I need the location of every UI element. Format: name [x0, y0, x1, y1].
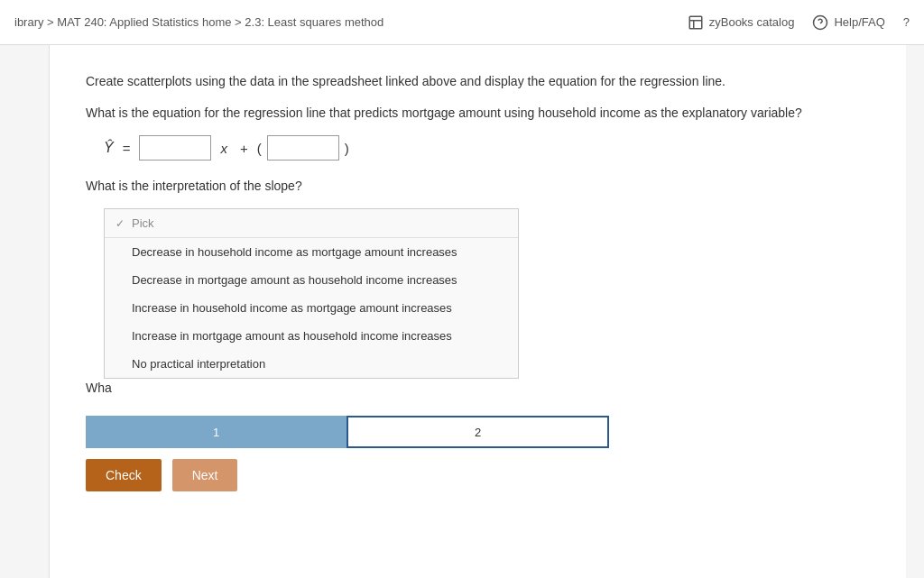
question2-text: What is the interpretation of the slope?	[86, 177, 870, 196]
y-hat: Ŷ	[104, 140, 114, 156]
question3-partial: Wha	[86, 379, 870, 398]
next-button[interactable]: Next	[172, 459, 238, 491]
dropdown-option-1[interactable]: Decrease in household income as mortgage…	[105, 238, 518, 266]
dropdown-placeholder: Pick	[132, 216, 154, 230]
dropdown-option-3[interactable]: Increase in household income as mortgage…	[105, 294, 518, 322]
main-content: Create scatterplots using the data in th…	[0, 45, 924, 578]
nav-right: zyBooks catalog Help/FAQ ?	[688, 14, 910, 31]
equation-input-coefficient[interactable]	[139, 135, 211, 161]
left-panel	[0, 45, 50, 578]
catalog-link[interactable]: zyBooks catalog	[688, 14, 795, 31]
page-tab-2[interactable]: 2	[346, 416, 609, 448]
dropdown-option-5[interactable]: No practical interpretation	[105, 350, 518, 378]
dropdown-option-4[interactable]: Increase in mortgage amount as household…	[105, 322, 518, 350]
equation-input-intercept[interactable]	[267, 135, 339, 161]
help-link[interactable]: Help/FAQ	[812, 14, 884, 31]
action-buttons: Check Next	[86, 459, 870, 491]
help-icon	[812, 14, 828, 31]
equation-container: Ŷ = x + ( )	[104, 135, 870, 161]
equals-sign: =	[123, 141, 131, 156]
top-nav: ibrary > MAT 240: Applied Statistics hom…	[0, 0, 924, 45]
x-label: x	[220, 141, 227, 156]
question-mark-item[interactable]: ?	[903, 15, 910, 29]
check-icon: ✓	[116, 217, 125, 230]
dropdown-pick-row[interactable]: ✓ Pick	[105, 209, 518, 238]
dropdown-menu: ✓ Pick Decrease in household income as m…	[104, 208, 519, 379]
open-paren: (	[257, 141, 262, 156]
catalog-icon	[688, 14, 704, 31]
dropdown-option-2[interactable]: Decrease in mortgage amount as household…	[105, 266, 518, 294]
svg-rect-0	[689, 16, 702, 29]
check-button[interactable]: Check	[86, 459, 162, 491]
right-panel	[906, 45, 924, 578]
pagination-bar: 1 2	[86, 416, 609, 448]
instruction-text: Create scatterplots using the data in th…	[86, 72, 870, 91]
close-paren: )	[345, 141, 349, 156]
question1-text: What is the equation for the regression …	[86, 104, 870, 123]
catalog-label: zyBooks catalog	[709, 15, 795, 29]
page-tab-1[interactable]: 1	[86, 416, 346, 448]
breadcrumb: ibrary > MAT 240: Applied Statistics hom…	[14, 15, 383, 29]
help-label: Help/FAQ	[834, 15, 884, 29]
question-mark: ?	[903, 15, 910, 29]
content-area: Create scatterplots using the data in th…	[50, 45, 906, 578]
plus-sign: +	[240, 141, 248, 156]
